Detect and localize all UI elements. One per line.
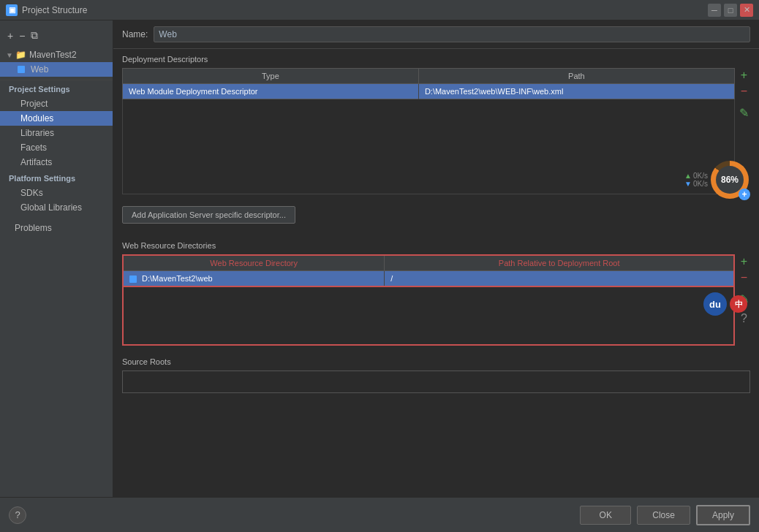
download-speed: 0K/s	[693, 180, 708, 188]
restore-button[interactable]: □	[724, 4, 737, 17]
cn-badge[interactable]: 中	[730, 295, 747, 313]
sidebar-toolbar: + − ⧉	[0, 26, 113, 45]
remove-deployment-button[interactable]: −	[738, 84, 750, 99]
help-button[interactable]: ?	[9, 506, 26, 524]
project-settings-label: Project Settings	[0, 80, 113, 96]
plus-badge: +	[739, 189, 750, 200]
title-bar: ▣ Project Structure ─ □ ✕	[0, 0, 759, 20]
window-title: Project Structure	[22, 5, 703, 15]
web-resource-section: Web Resource Directories Web Resource Di…	[113, 235, 759, 352]
cell-type: Web Module Deployment Descriptor	[123, 84, 419, 99]
apply-button[interactable]: Apply	[696, 505, 750, 525]
web-resource-table-container: Web Resource Directory Path Relative to …	[122, 254, 750, 346]
main-layout: + − ⧉ ▼ 📁 MavenTest2 Web Project Setting…	[0, 20, 759, 497]
deployment-table: Type Path Web Module Deployment Descript…	[122, 68, 735, 99]
sidebar-add-button[interactable]: +	[6, 30, 15, 42]
col-web-dir-header: Web Resource Directory	[123, 255, 385, 271]
progress-widget[interactable]: 86% +	[711, 161, 749, 199]
sidebar-remove-button[interactable]: −	[18, 30, 26, 42]
upload-icon: ▲	[684, 172, 692, 180]
tree-item-web[interactable]: Web	[0, 62, 113, 77]
sidebar-item-libraries[interactable]: Libraries	[0, 126, 113, 140]
sidebar-copy-button[interactable]: ⧉	[29, 29, 39, 42]
sidebar-item-project[interactable]: Project	[0, 96, 113, 111]
tree-label-maventest2: MavenTest2	[29, 50, 77, 60]
name-input[interactable]	[154, 26, 750, 42]
cell-path: D:\MavenTest2\web\WEB-INF\web.xml	[418, 84, 734, 99]
close-dialog-button[interactable]: Close	[637, 506, 690, 525]
add-server-button[interactable]: Add Application Server specific descript…	[122, 206, 295, 224]
dir-icon	[129, 276, 137, 283]
sidebar-item-global-libraries[interactable]: Global Libraries	[0, 200, 113, 215]
download-row: ▼ 0K/s	[684, 180, 708, 188]
web-resource-empty-area	[122, 287, 735, 346]
baidu-icon[interactable]: du	[703, 292, 727, 316]
name-row: Name:	[113, 20, 759, 49]
tree-item-maventest2[interactable]: ▼ 📁 MavenTest2	[0, 48, 113, 62]
project-tree: ▼ 📁 MavenTest2 Web	[0, 45, 113, 80]
add-server-section: Add Application Server specific descript…	[113, 200, 759, 235]
sidebar-item-modules[interactable]: Modules	[0, 111, 113, 126]
app-icon: ▣	[6, 4, 18, 16]
cell-deploy-path: /	[385, 271, 734, 287]
source-roots-table	[122, 370, 750, 393]
upload-speed: 0K/s	[693, 172, 708, 180]
tree-label-web: Web	[31, 64, 48, 75]
speed-indicator: ▲ 0K/s ▼ 0K/s	[684, 172, 708, 188]
folder-icon: 📁	[16, 50, 26, 60]
deployment-descriptors-section: Deployment Descriptors Type Path Web Mod…	[113, 49, 759, 200]
add-deployment-button[interactable]: +	[738, 68, 750, 83]
content-area: Name: Deployment Descriptors Type Path	[113, 20, 759, 497]
col-type-header: Type	[123, 69, 419, 84]
web-resource-table: Web Resource Directory Path Relative to …	[122, 254, 735, 287]
sidebar-item-facets[interactable]: Facets	[0, 140, 113, 155]
tree-arrow-icon: ▼	[6, 51, 13, 59]
close-button[interactable]: ✕	[740, 4, 753, 17]
web-resource-table-wrapper: Web Resource Directory Path Relative to …	[122, 254, 735, 346]
deployment-table-container: Type Path Web Module Deployment Descript…	[122, 68, 750, 194]
progress-percent: 86%	[716, 166, 744, 194]
network-widget: ▲ 0K/s ▼ 0K/s 86% +	[684, 161, 749, 199]
sidebar-item-problems[interactable]: Problems	[0, 221, 113, 235]
download-icon: ▼	[684, 180, 692, 188]
deployment-table-empty-area	[122, 99, 735, 194]
sidebar-item-sdks[interactable]: SDKs	[0, 186, 113, 200]
deployment-descriptors-title: Deployment Descriptors	[122, 55, 750, 64]
deployment-table-wrapper: Type Path Web Module Deployment Descript…	[122, 68, 735, 194]
progress-circle: 86% +	[711, 161, 749, 199]
baidu-overlay: du 中	[703, 292, 747, 316]
col-deploy-root-header: Path Relative to Deployment Root	[385, 255, 734, 271]
add-webdir-button[interactable]: +	[738, 254, 750, 269]
sidebar: + − ⧉ ▼ 📁 MavenTest2 Web Project Setting…	[0, 20, 113, 497]
platform-settings-label: Platform Settings	[0, 170, 113, 186]
name-label: Name:	[122, 29, 148, 39]
sidebar-item-artifacts[interactable]: Artifacts	[0, 155, 113, 170]
edit-deployment-button[interactable]: ✎	[738, 106, 750, 121]
bottom-bar: ? OK Close Apply	[0, 497, 759, 532]
source-roots-section: Source Roots	[113, 352, 759, 399]
window-controls: ─ □ ✕	[708, 4, 753, 17]
col-path-header: Path	[418, 69, 734, 84]
remove-webdir-button[interactable]: −	[738, 270, 750, 285]
upload-row: ▲ 0K/s	[684, 172, 708, 180]
web-resource-title: Web Resource Directories	[122, 241, 750, 250]
source-roots-title: Source Roots	[122, 357, 750, 366]
minimize-button[interactable]: ─	[708, 4, 721, 17]
web-module-icon	[18, 66, 25, 73]
cell-web-dir: D:\MavenTest2\web	[123, 271, 385, 287]
table-row[interactable]: Web Module Deployment Descriptor D:\Mave…	[123, 84, 735, 99]
ok-button[interactable]: OK	[580, 506, 631, 525]
table-row[interactable]: D:\MavenTest2\web /	[123, 271, 734, 287]
